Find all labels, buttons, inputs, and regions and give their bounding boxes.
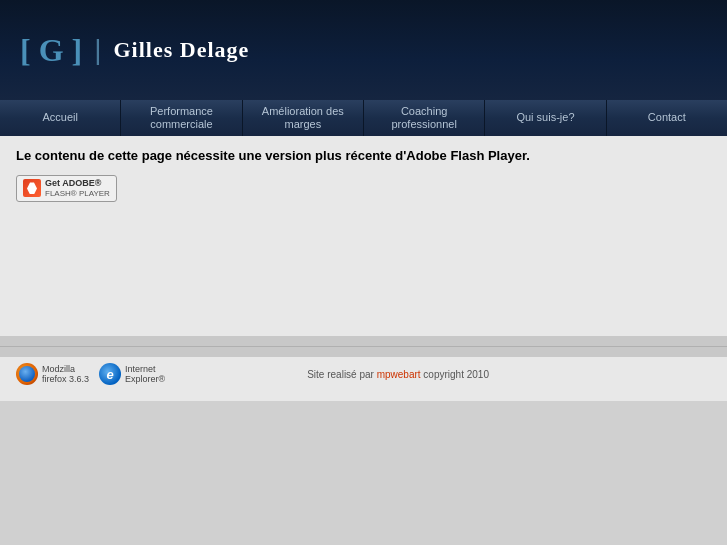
logo-letter: G — [39, 32, 64, 69]
site-header: [ G ] | Gilles Delage — [0, 0, 727, 100]
footer-credit: Site realisé par mpwebart copyright 2010 — [307, 369, 489, 380]
content-divider — [0, 346, 727, 347]
footer-area: Modzillafirefox 3.6.3 InternetExplorer® … — [0, 357, 727, 401]
nav-item-contact[interactable]: Contact — [607, 100, 727, 136]
flash-badge-line2: FLASH® PLAYER — [45, 189, 110, 198]
firefox-label: Modzillafirefox 3.6.3 — [42, 364, 89, 384]
flash-badge-line1: Get ADOBE® — [45, 179, 110, 189]
get-flash-button[interactable]: Get ADOBE® FLASH® PLAYER — [16, 175, 117, 202]
logo-divider: | — [94, 34, 101, 66]
site-title: Gilles Delage — [113, 37, 249, 63]
flash-icon — [23, 179, 41, 197]
credit-link[interactable]: mpwebart — [377, 369, 421, 380]
flash-badge-text-area: Get ADOBE® FLASH® PLAYER — [45, 179, 110, 198]
ie-item: InternetExplorer® — [99, 363, 165, 385]
nav-item-accueil[interactable]: Accueil — [0, 100, 121, 136]
main-content: Le contenu de cette page nécessite une v… — [0, 136, 727, 336]
logo-area: [ G ] | Gilles Delage — [20, 32, 249, 69]
main-nav: Accueil Performancecommerciale Améliorat… — [0, 100, 727, 136]
logo-bracket-open: [ — [20, 34, 31, 66]
nav-item-qui-suis-je[interactable]: Qui suis-je? — [485, 100, 606, 136]
firefox-item: Modzillafirefox 3.6.3 — [16, 363, 89, 385]
nav-item-amelioration[interactable]: Amélioration desmarges — [243, 100, 364, 136]
rest-area — [0, 401, 727, 545]
firefox-icon — [16, 363, 38, 385]
page-wrapper: [ G ] | Gilles Delage Accueil Performanc… — [0, 0, 727, 545]
nav-item-coaching[interactable]: Coachingprofessionnel — [364, 100, 485, 136]
logo-bracket-close: ] — [72, 34, 83, 66]
flash-required-message: Le contenu de cette page nécessite une v… — [16, 148, 711, 163]
credit-suffix: copyright 2010 — [421, 369, 489, 380]
credit-text: Site realisé par — [307, 369, 376, 380]
browser-icons: Modzillafirefox 3.6.3 InternetExplorer® — [16, 363, 165, 385]
ie-icon — [99, 363, 121, 385]
ie-label: InternetExplorer® — [125, 364, 165, 384]
nav-item-performance[interactable]: Performancecommerciale — [121, 100, 242, 136]
flash-icon-shape — [27, 182, 37, 194]
